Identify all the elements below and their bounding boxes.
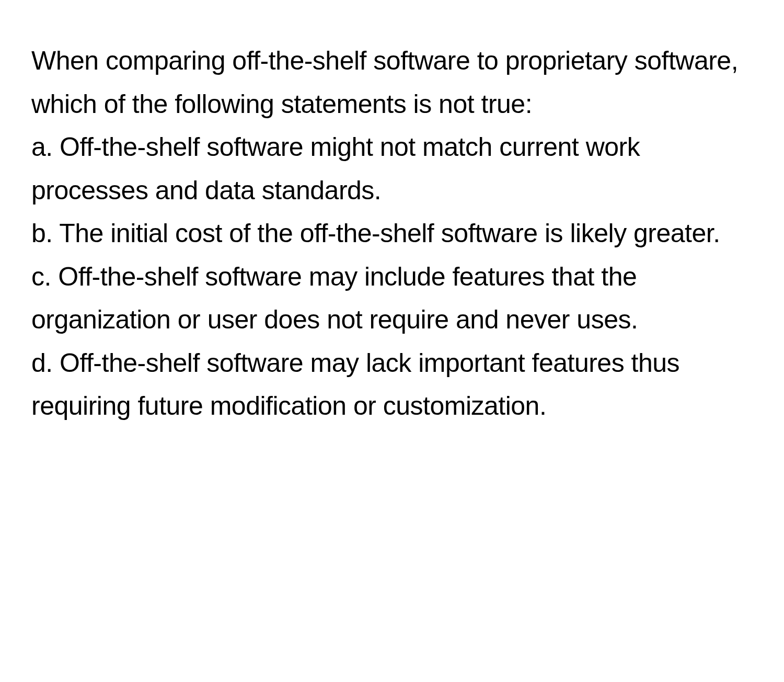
question-stem: When comparing off-the-shelf software to… <box>31 39 753 126</box>
option-d: d. Off-the-shelf software may lack impor… <box>31 342 753 428</box>
option-c: c. Off-the-shelf software may include fe… <box>31 255 753 342</box>
option-a: a. Off-the-shelf software might not matc… <box>31 126 753 212</box>
option-b: b. The initial cost of the off-the-shelf… <box>31 212 753 255</box>
